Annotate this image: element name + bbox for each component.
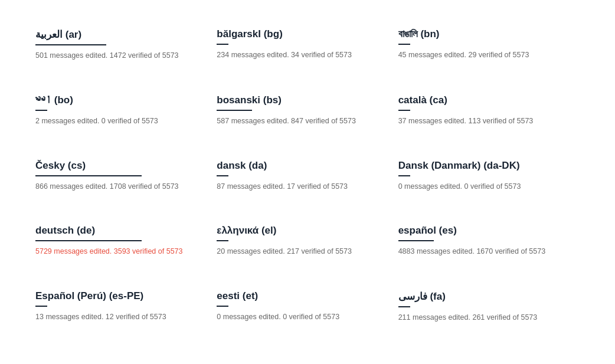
language-underline xyxy=(217,306,228,307)
language-underline xyxy=(217,110,252,111)
language-stats: 866 messages edited. 1708 verified of 55… xyxy=(35,181,205,192)
language-underline xyxy=(35,240,142,241)
language-item[interactable]: dansk (da)87 messages edited. 17 verifie… xyxy=(217,143,398,209)
language-item[interactable]: eesti (et)0 messages edited. 0 verified … xyxy=(217,274,398,340)
language-title: bosanski (bs) xyxy=(217,94,386,106)
language-stats: 2 messages edited. 0 verified of 5573 xyxy=(35,116,205,127)
language-underline xyxy=(217,44,228,45)
language-item[interactable]: español (es)4883 messages edited. 1670 v… xyxy=(398,208,580,274)
language-item[interactable]: català (ca)37 messages edited. 113 verif… xyxy=(398,78,580,143)
language-title: dansk (da) xyxy=(217,160,386,172)
language-item[interactable]: Español (Perú) (es-PE)13 messages edited… xyxy=(35,274,217,340)
language-stats: 5729 messages edited. 3593 verified of 5… xyxy=(35,246,205,257)
language-underline xyxy=(398,44,410,45)
language-title: bălgarskI (bg) xyxy=(217,28,386,40)
language-title: ελληνικά (el) xyxy=(217,225,386,237)
language-title: Español (Perú) (es-PE) xyxy=(35,290,205,302)
language-stats: 37 messages edited. 113 verified of 5573 xyxy=(398,116,568,127)
language-item[interactable]: ελληνικά (el)20 messages edited. 217 ver… xyxy=(217,208,398,274)
language-title: বাঙালি (bn) xyxy=(398,28,568,40)
language-underline xyxy=(398,306,410,307)
language-item[interactable]: ༄༅། (bo)2 messages edited. 0 verified of… xyxy=(35,78,217,143)
language-stats: 501 messages edited. 1472 verified of 55… xyxy=(35,50,205,61)
language-item[interactable]: Česky (cs)866 messages edited. 1708 veri… xyxy=(35,143,217,209)
language-title: español (es) xyxy=(398,225,568,237)
language-title: eesti (et) xyxy=(217,290,386,302)
language-stats: 211 messages edited. 261 verified of 557… xyxy=(398,312,568,323)
language-title: العربية (ar) xyxy=(35,28,205,41)
language-stats: 587 messages edited. 847 verified of 557… xyxy=(217,116,386,127)
language-title: Dansk (Danmark) (da-DK) xyxy=(398,160,568,172)
language-stats: 20 messages edited. 217 verified of 5573 xyxy=(217,246,386,257)
language-stats: 45 messages edited. 29 verified of 5573 xyxy=(398,50,568,61)
language-stats: 0 messages edited. 0 verified of 5573 xyxy=(398,181,568,192)
language-underline xyxy=(35,44,106,45)
language-title: deutsch (de) xyxy=(35,225,205,237)
language-underline xyxy=(35,306,47,307)
language-stats: 4883 messages edited. 1670 verified of 5… xyxy=(398,246,568,257)
language-title: فارسی (fa) xyxy=(398,290,568,303)
language-item[interactable]: বাঙালি (bn)45 messages edited. 29 verifi… xyxy=(398,12,580,78)
language-underline xyxy=(35,175,142,176)
language-item[interactable]: bosanski (bs)587 messages edited. 847 ve… xyxy=(217,78,398,143)
language-stats: 87 messages edited. 17 verified of 5573 xyxy=(217,181,386,192)
language-underline xyxy=(398,110,410,111)
language-title: Česky (cs) xyxy=(35,160,205,172)
language-item[interactable]: deutsch (de)5729 messages edited. 3593 v… xyxy=(35,208,217,274)
language-item[interactable]: العربية (ar)501 messages edited. 1472 ve… xyxy=(35,12,217,78)
language-stats: 234 messages edited. 34 verified of 5573 xyxy=(217,50,386,61)
language-underline xyxy=(398,240,434,241)
language-stats: 13 messages edited. 12 verified of 5573 xyxy=(35,311,205,323)
language-item[interactable]: فارسی (fa)211 messages edited. 261 verif… xyxy=(398,274,580,340)
language-grid: العربية (ar)501 messages edited. 1472 ve… xyxy=(35,12,580,340)
language-title: català (ca) xyxy=(398,94,568,106)
language-underline xyxy=(217,175,228,176)
language-underline xyxy=(398,175,410,176)
language-stats: 0 messages edited. 0 verified of 5573 xyxy=(217,311,386,323)
language-title: ༄༅། (bo) xyxy=(35,94,205,106)
language-underline xyxy=(217,240,228,241)
language-underline xyxy=(35,110,47,111)
language-item[interactable]: bălgarskI (bg)234 messages edited. 34 ve… xyxy=(217,12,398,78)
language-item[interactable]: Dansk (Danmark) (da-DK)0 messages edited… xyxy=(398,143,580,209)
